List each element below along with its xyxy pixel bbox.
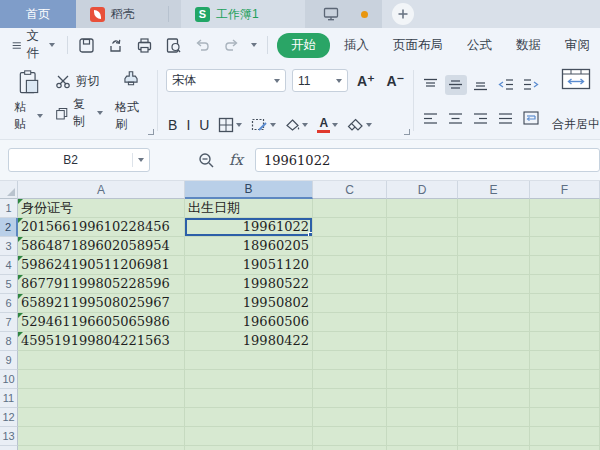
cell-F6[interactable] xyxy=(530,294,600,313)
cell-A8[interactable]: 459519199804221563 xyxy=(18,332,185,351)
cell-C12[interactable] xyxy=(313,408,387,427)
cell-A5[interactable]: 867791199805228596 xyxy=(18,275,185,294)
print-preview-icon[interactable] xyxy=(164,35,184,55)
cell-E10[interactable] xyxy=(458,370,530,389)
underline-button[interactable]: U xyxy=(199,117,209,133)
font-color-button[interactable]: A xyxy=(317,118,338,133)
cell-C10[interactable] xyxy=(313,370,387,389)
monitor-icon[interactable] xyxy=(323,7,339,21)
cut-button[interactable]: 剪切 xyxy=(53,71,105,92)
cell-E14[interactable] xyxy=(458,446,530,450)
cell-A1[interactable]: 身份证号 xyxy=(18,199,185,218)
cell-F12[interactable] xyxy=(530,408,600,427)
cell-E3[interactable] xyxy=(458,237,530,256)
row-header-4[interactable]: 4 xyxy=(0,256,18,275)
cell-C11[interactable] xyxy=(313,389,387,408)
cell-F2[interactable] xyxy=(530,218,600,237)
cell-B3[interactable]: 18960205 xyxy=(185,237,313,256)
cell-C3[interactable] xyxy=(313,237,387,256)
cell-B9[interactable] xyxy=(185,351,313,370)
customize-toolbar-caret-icon[interactable] xyxy=(251,43,257,47)
wrap-text-button[interactable] xyxy=(520,108,542,128)
italic-button[interactable]: I xyxy=(186,117,190,133)
row-header-6[interactable]: 6 xyxy=(0,294,18,313)
cell-E7[interactable] xyxy=(458,313,530,332)
redo-icon[interactable] xyxy=(222,35,242,55)
ribbon-tab-home[interactable]: 开始 xyxy=(277,33,330,58)
col-header-E[interactable]: E xyxy=(458,181,530,199)
align-top-button[interactable] xyxy=(420,75,442,95)
export-icon[interactable] xyxy=(106,35,126,55)
cell-F10[interactable] xyxy=(530,370,600,389)
select-all-corner[interactable] xyxy=(0,181,18,199)
cell-B13[interactable] xyxy=(185,427,313,446)
cell-A4[interactable]: 598624190511206981 xyxy=(18,256,185,275)
cell-B10[interactable] xyxy=(185,370,313,389)
decrease-font-button[interactable]: A⁻ xyxy=(384,73,408,89)
cell-D4[interactable] xyxy=(387,256,458,275)
cell-F9[interactable] xyxy=(530,351,600,370)
cell-A14[interactable] xyxy=(18,446,185,450)
cell-D7[interactable] xyxy=(387,313,458,332)
paste-button[interactable]: 粘贴 xyxy=(8,68,49,135)
cell-C5[interactable] xyxy=(313,275,387,294)
row-header-1[interactable]: 1 xyxy=(0,199,18,218)
cell-F14[interactable] xyxy=(530,446,600,450)
cell-F7[interactable] xyxy=(530,313,600,332)
align-right-button[interactable] xyxy=(470,108,492,128)
cell-E8[interactable] xyxy=(458,332,530,351)
cell-E1[interactable] xyxy=(458,199,530,218)
col-header-B[interactable]: B xyxy=(185,181,313,199)
align-bottom-button[interactable] xyxy=(470,75,492,95)
cell-A9[interactable] xyxy=(18,351,185,370)
cell-F8[interactable] xyxy=(530,332,600,351)
row-header-12[interactable]: 12 xyxy=(0,408,18,427)
row-header-5[interactable]: 5 xyxy=(0,275,18,294)
cell-D3[interactable] xyxy=(387,237,458,256)
cell-D8[interactable] xyxy=(387,332,458,351)
cell-B2[interactable]: 19961022 xyxy=(185,218,313,237)
row-header-2[interactable]: 2 xyxy=(0,218,18,237)
cell-C6[interactable] xyxy=(313,294,387,313)
cell-D1[interactable] xyxy=(387,199,458,218)
cell-E12[interactable] xyxy=(458,408,530,427)
cell-E2[interactable] xyxy=(458,218,530,237)
cell-D2[interactable] xyxy=(387,218,458,237)
cell-B8[interactable]: 19980422 xyxy=(185,332,313,351)
ribbon-tab-insert[interactable]: 插入 xyxy=(334,33,379,58)
cell-B12[interactable] xyxy=(185,408,313,427)
cell-A6[interactable]: 658921199508025967 xyxy=(18,294,185,313)
align-center-button[interactable] xyxy=(445,108,467,128)
cell-F3[interactable] xyxy=(530,237,600,256)
cell-D12[interactable] xyxy=(387,408,458,427)
row-header-9[interactable]: 9 xyxy=(0,351,18,370)
row-header-11[interactable]: 11 xyxy=(0,389,18,408)
row-header-8[interactable]: 8 xyxy=(0,332,18,351)
col-header-A[interactable]: A xyxy=(18,181,185,199)
font-name-combo[interactable]: 宋体 xyxy=(166,69,286,92)
row-header-14[interactable]: 14 xyxy=(0,446,18,450)
font-size-combo[interactable]: 11 xyxy=(292,69,348,92)
cell-E5[interactable] xyxy=(458,275,530,294)
cell-C2[interactable] xyxy=(313,218,387,237)
cell-D9[interactable] xyxy=(387,351,458,370)
ribbon-tab-formulas[interactable]: 公式 xyxy=(457,33,502,58)
increase-font-button[interactable]: A⁺ xyxy=(354,73,378,89)
cell-C7[interactable] xyxy=(313,313,387,332)
clipboard-dialog-launcher-icon[interactable] xyxy=(148,129,154,135)
new-tab-plus-icon[interactable] xyxy=(392,3,414,25)
cell-C9[interactable] xyxy=(313,351,387,370)
cell-E11[interactable] xyxy=(458,389,530,408)
align-left-button[interactable] xyxy=(420,108,442,128)
clear-button[interactable] xyxy=(347,118,372,132)
cell-style-button[interactable] xyxy=(251,117,276,133)
col-header-F[interactable]: F xyxy=(530,181,600,199)
tab-workbook[interactable]: S 工作簿1 xyxy=(181,0,305,28)
ribbon-tab-page-layout[interactable]: 页面布局 xyxy=(383,33,453,58)
name-box[interactable]: B2 xyxy=(8,148,150,172)
col-header-D[interactable]: D xyxy=(387,181,458,199)
row-header-7[interactable]: 7 xyxy=(0,313,18,332)
copy-button[interactable]: 复制 xyxy=(53,94,105,132)
cell-D13[interactable] xyxy=(387,427,458,446)
cell-A13[interactable] xyxy=(18,427,185,446)
